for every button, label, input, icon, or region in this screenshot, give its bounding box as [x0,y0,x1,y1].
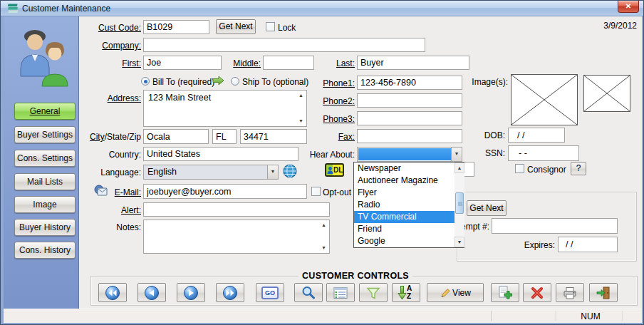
first-record-button[interactable] [98,283,127,302]
city-input[interactable] [143,129,209,144]
status-separator [491,311,492,321]
zip-input[interactable] [240,129,307,144]
phone3-input[interactable] [357,111,462,125]
hear-about-combobox[interactable]: ▼ [357,147,462,162]
search-button[interactable] [294,283,323,302]
last-name-input[interactable] [357,56,469,70]
language-value: English [144,165,278,178]
ssn-input[interactable] [508,145,579,161]
globe-icon[interactable] [283,164,297,178]
sidebar-tab-cons-settings[interactable]: Cons. Settings [14,150,76,167]
phone1-input[interactable] [357,76,462,90]
current-date: 3/9/2012 [578,21,637,31]
image-placeholder-2[interactable] [583,75,630,112]
print-button[interactable] [556,283,584,302]
last-name-label: Last: [325,58,355,68]
sidebar-tab-general[interactable]: General [14,103,76,120]
dob-label: DOB: [457,130,505,140]
email-input[interactable] [143,184,307,199]
sidebar-tab-image[interactable]: Image [14,196,76,213]
browse-grid-button[interactable] [326,283,355,302]
dropdown-option[interactable]: Google [354,235,455,247]
dropdown-option[interactable]: Friend [354,223,455,235]
dropdown-option[interactable]: Auctioneer Magazine [354,175,455,187]
bill-to-radio[interactable] [141,77,150,86]
image-placeholder-1[interactable] [511,74,578,125]
ship-to-radio[interactable] [231,77,239,86]
address-text: 123 Main Street [144,91,306,105]
sidebar-tab-cons-history[interactable]: Cons. History [14,242,76,259]
add-record-button[interactable] [491,283,519,302]
fax-input[interactable] [357,129,462,143]
email-icon[interactable] [94,185,108,196]
close-button[interactable]: ✕ [618,1,639,13]
dropdown-option[interactable]: Flyer [354,187,455,199]
dob-input[interactable] [508,128,565,143]
dropdown-option[interactable]: Radio [354,199,455,211]
browse-grid-icon [333,286,348,300]
drivers-license-button[interactable]: DL [325,163,344,177]
dropdown-scrollbar-thumb[interactable] [455,192,464,214]
sidebar-tab-mail-lists[interactable]: Mail Lists [14,173,76,190]
cust-code-label: Cust Code: [80,23,141,33]
customer-maintenance-window: Customer Maintenance ✕ General Buyer Set… [0,0,644,325]
optout-checkbox[interactable] [311,187,321,196]
title-bar[interactable]: Customer Maintenance ✕ [1,1,644,16]
state-input[interactable] [212,129,237,144]
consignor-help-button[interactable]: ? [571,162,586,175]
sidebar-tab-buyer-settings[interactable]: Buyer Settings [14,126,76,143]
middle-name-input[interactable] [263,56,314,70]
sort-button[interactable]: A Z [392,283,420,302]
phone2-input[interactable] [357,93,462,108]
printer-icon [562,286,578,300]
dropdown-scroll-up-icon[interactable]: ▲ [455,162,464,173]
lock-checkbox[interactable] [266,22,275,31]
hear-about-selection [358,148,452,160]
exempt-number-input[interactable] [492,218,618,234]
sidebar-tab-buyer-history[interactable]: Buyer History [14,219,76,236]
dropdown-scrollbar: ▲ ▼ [455,162,464,247]
fax-label: Fax: [300,132,355,142]
next-record-button[interactable] [177,283,205,302]
expires-input[interactable] [558,237,618,252]
go-button[interactable]: GO [256,283,284,302]
language-label: Language: [80,167,141,177]
first-name-input[interactable] [143,56,222,70]
notes-scroll-up-icon[interactable]: ▲ [321,222,326,228]
company-label: Company: [80,41,141,51]
last-record-button[interactable] [216,283,244,302]
go-icon: GO [261,287,279,299]
expires-label: Expires: [499,240,555,250]
optout-label: Opt-out [323,187,351,197]
last-record-icon [222,285,238,301]
address-textarea[interactable]: 123 Main Street ▲ ▼ [143,90,307,127]
notes-textarea[interactable]: ▲ ▼ [143,220,330,254]
exempt-get-next-button[interactable]: Get Next [467,200,507,216]
notes-scroll-down-icon[interactable]: ▼ [321,245,326,251]
search-icon [301,285,316,301]
ssn-label: SSN: [457,148,505,158]
image-placeholder-x-icon [511,75,577,125]
view-button[interactable]: View [427,283,484,302]
delete-record-button[interactable] [523,283,551,302]
consignor-checkbox[interactable] [515,164,524,173]
cust-code-input[interactable] [143,20,209,34]
previous-record-button[interactable] [137,283,166,302]
exit-button[interactable] [589,283,618,302]
window-title: Customer Maintenance [22,4,110,14]
dropdown-option-selected[interactable]: TV Commercial [354,211,455,223]
dropdown-option[interactable]: Newspaper [354,162,455,175]
filter-funnel-icon [365,286,381,300]
dropdown-scroll-down-icon[interactable]: ▼ [455,237,464,247]
images-label: Image(s): [457,77,508,87]
alert-input[interactable] [143,202,330,217]
dl-person-icon [327,166,333,175]
language-combobox[interactable]: English ▼ [143,165,279,180]
filter-button[interactable] [359,283,388,302]
app-icon [5,3,19,14]
get-next-button[interactable]: Get Next [216,19,256,34]
country-label: Country: [80,150,141,160]
language-dropdown-arrow[interactable]: ▼ [267,165,278,179]
company-input[interactable] [143,38,425,52]
country-input[interactable] [143,147,298,161]
